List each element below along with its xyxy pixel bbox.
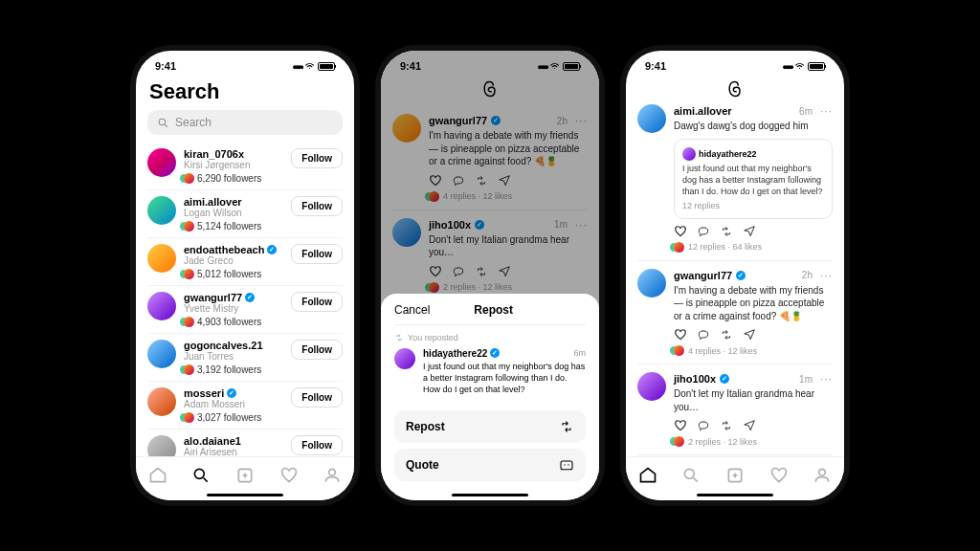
tab-activity[interactable] <box>769 466 789 485</box>
reply-icon[interactable] <box>697 328 710 342</box>
avatar[interactable] <box>147 292 176 320</box>
post-handle[interactable]: jiho100x <box>674 373 716 385</box>
user-name: Logan Wilson <box>184 208 283 218</box>
user-handle[interactable]: kiran_0706x <box>184 148 244 160</box>
send-icon[interactable] <box>743 225 756 238</box>
user-row[interactable]: endoatthebeach Jade Greco 5,012 follower… <box>147 238 343 286</box>
reply-icon[interactable] <box>697 419 710 432</box>
user-row[interactable]: mosseri Adam Mosseri 3,027 followers Fol… <box>147 382 343 430</box>
search-input[interactable]: Search <box>147 110 343 135</box>
post-handle[interactable]: hidayathere22 <box>423 348 487 359</box>
user-row[interactable]: aimi.allover Logan Wilson 5,124 follower… <box>147 190 343 238</box>
follow-button[interactable]: Follow <box>291 292 343 312</box>
repost-icon[interactable] <box>720 328 733 342</box>
repost-icon <box>559 420 574 433</box>
follow-button[interactable]: Follow <box>291 196 343 216</box>
user-handle[interactable]: endoatthebeach <box>184 244 264 255</box>
avatar[interactable] <box>637 269 666 298</box>
home-indicator[interactable] <box>207 494 283 496</box>
post-text: I'm having a debate with my friends — is… <box>674 284 833 323</box>
avatar[interactable] <box>147 148 176 177</box>
post-meta[interactable]: 4 replies · 12 likes <box>674 345 833 356</box>
avatar[interactable] <box>147 387 176 416</box>
battery-icon <box>318 62 335 71</box>
status-bar: 9:41 <box>626 51 844 76</box>
status-time: 9:41 <box>645 60 666 72</box>
home-indicator[interactable] <box>452 494 528 496</box>
send-icon[interactable] <box>743 328 756 342</box>
quote-text: I just found out that my neighbor's dog … <box>682 163 824 197</box>
send-icon[interactable] <box>743 419 756 432</box>
status-icons <box>782 60 825 72</box>
tab-profile[interactable] <box>323 466 342 485</box>
user-handle[interactable]: alo.daiane1 <box>184 435 241 447</box>
repost-icon[interactable] <box>720 225 733 238</box>
user-list: kiran_0706x Kirsi Jørgensen 6,290 follow… <box>136 143 354 470</box>
post-handle[interactable]: aimi.allover <box>674 105 732 117</box>
like-icon[interactable] <box>674 419 687 432</box>
home-indicator[interactable] <box>697 494 773 496</box>
phone-search-screen: 9:41 Search Search kiran_0706x Kirsi Jør… <box>136 51 354 500</box>
like-icon[interactable] <box>674 225 687 238</box>
reply-icon[interactable] <box>697 225 710 238</box>
avatar[interactable] <box>147 196 176 225</box>
quote-icon <box>559 458 574 472</box>
user-handle[interactable]: aimi.allover <box>184 196 242 208</box>
avatar[interactable] <box>637 372 666 401</box>
post[interactable]: gwangurl77 2h ··· I'm having a debate wi… <box>637 261 833 365</box>
follow-button[interactable]: Follow <box>291 148 343 168</box>
tab-profile[interactable] <box>813 466 832 485</box>
follow-button[interactable]: Follow <box>291 387 343 408</box>
sheet-post: hidayathere22 6m I just found out that m… <box>394 346 586 405</box>
repost-button[interactable]: Repost <box>394 410 586 443</box>
follow-button[interactable]: Follow <box>291 340 343 360</box>
user-followers: 6,290 followers <box>184 173 283 184</box>
user-row[interactable]: gogoncalves.21 Juan Torres 3,192 followe… <box>147 334 343 382</box>
more-icon[interactable]: ··· <box>820 372 833 386</box>
feed: aimi.allover 6m ··· Dawg's dawg's dog do… <box>626 97 844 456</box>
follow-button[interactable]: Follow <box>291 244 343 264</box>
repliers-avatars-icon <box>674 242 684 253</box>
user-handle[interactable]: gwangurl77 <box>184 292 242 303</box>
post-text: I just found out that my neighbor's dog … <box>423 361 586 395</box>
user-handle[interactable]: mosseri <box>184 387 224 399</box>
quote-card[interactable]: hidayathere22 I just found out that my n… <box>674 139 833 219</box>
status-time: 9:41 <box>155 60 176 72</box>
avatar[interactable] <box>637 104 666 133</box>
post[interactable]: aimi.allover 6m ··· Dawg's dawg's dog do… <box>637 97 833 261</box>
user-handle[interactable]: gogoncalves.21 <box>184 340 263 351</box>
verified-icon <box>267 245 277 254</box>
post-meta[interactable]: 12 replies · 64 likes <box>674 242 833 253</box>
quote-button[interactable]: Quote <box>394 449 586 481</box>
post-text: Dawg's dawg's dog dogged him <box>674 120 833 133</box>
reposted-indicator: You reposted <box>394 325 586 346</box>
post-meta[interactable]: 2 replies · 12 likes <box>674 436 833 447</box>
verified-icon <box>227 388 236 398</box>
like-icon[interactable] <box>674 328 687 342</box>
followers-avatars-icon <box>184 221 194 231</box>
user-row[interactable]: kiran_0706x Kirsi Jørgensen 6,290 follow… <box>147 143 343 190</box>
tab-activity[interactable] <box>279 466 299 485</box>
repost-icon[interactable] <box>720 419 733 432</box>
post-text: Don't let my Italian grandma hear you… <box>674 387 833 413</box>
tab-home[interactable] <box>638 466 657 485</box>
post[interactable]: jiho100x 1m ··· Don't let my Italian gra… <box>637 364 833 455</box>
avatar[interactable] <box>147 340 176 368</box>
post-handle[interactable]: gwangurl77 <box>674 270 732 281</box>
post-actions <box>674 328 833 342</box>
tab-search[interactable] <box>681 466 701 485</box>
more-icon[interactable]: ··· <box>820 104 833 118</box>
user-row[interactable]: gwangurl77 Yvette Mistry 4,903 followers… <box>147 286 343 334</box>
follow-button[interactable]: Follow <box>291 435 343 455</box>
user-followers: 5,124 followers <box>184 221 283 231</box>
quote-handle[interactable]: hidayathere22 <box>699 149 757 159</box>
tab-search[interactable] <box>191 466 211 485</box>
more-icon[interactable]: ··· <box>820 269 833 282</box>
avatar[interactable] <box>147 244 176 273</box>
tab-compose[interactable] <box>235 466 255 485</box>
sheet-header: Cancel Repost <box>394 303 586 325</box>
phone-feed-screen: 9:41 aimi.allover 6m ··· Dawg's dawg's d… <box>626 51 844 500</box>
tab-home[interactable] <box>148 466 167 485</box>
verified-icon <box>720 374 729 384</box>
tab-compose[interactable] <box>725 466 745 485</box>
